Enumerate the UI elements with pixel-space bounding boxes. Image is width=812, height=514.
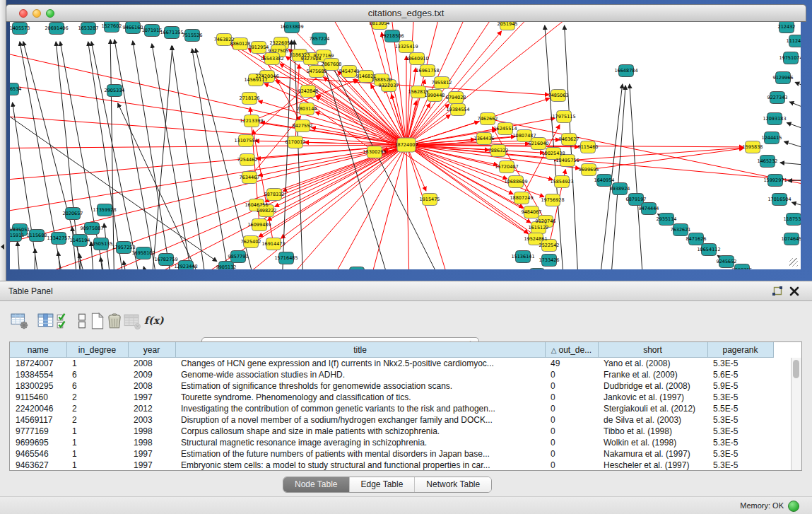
delete-icon[interactable]: [105, 312, 124, 330]
table-scrollbar-thumb[interactable]: [793, 360, 799, 378]
graph-node-label: 16958107: [131, 250, 155, 256]
graph-edge: [406, 145, 553, 180]
graph-node-label: 9857791: [228, 254, 249, 259]
graph-edge: [10, 42, 406, 145]
graph-node-label: 7254462: [237, 157, 258, 163]
table-row[interactable]: 946362711997Embryonic stem cells: a mode…: [10, 460, 792, 471]
graph-edge: [13, 103, 42, 269]
network-canvas[interactable]: 1405573206914061653287152760294661601071…: [10, 22, 801, 269]
graph-node-label: 2935114: [657, 216, 677, 222]
graph-node-label: 15992971: [763, 177, 787, 183]
float-panel-icon[interactable]: [772, 286, 782, 297]
graph-node-label: 8813054: [370, 22, 390, 26]
graph-node-label: 5878332: [264, 192, 285, 197]
tab-edge-table[interactable]: Edge Table: [349, 477, 415, 492]
tab-node-table[interactable]: Node Table: [283, 477, 349, 492]
column-header-spacer[interactable]: [773, 342, 792, 358]
function-builder-icon[interactable]: f(x): [144, 314, 163, 332]
table-panel-title: Table Panel: [8, 286, 53, 296]
table-row[interactable]: 2242004622012Investigating the contribut…: [10, 403, 792, 414]
table-panel: Table Panel f(x): [0, 281, 812, 514]
graph-node-label: 2718126: [240, 95, 260, 101]
network-window-titlebar[interactable]: citations_edges.txt: [6, 4, 806, 22]
graph-node-label: 12093183: [763, 116, 786, 122]
table-row[interactable]: 911546021997Tourette syndrome. Phenomeno…: [10, 392, 792, 403]
network-graph[interactable]: 1405573206914061653287152760294661601071…: [10, 22, 801, 269]
node-table-grid: namein_degreeyeartitle△out_de...shortpag…: [10, 342, 792, 471]
graph-edge: [789, 102, 801, 114]
graph-node-label: 17359928: [93, 207, 116, 213]
graph-node-label: 18807249: [510, 195, 533, 201]
graph-node-label: 18724007: [394, 142, 418, 148]
column-header-name[interactable]: name: [10, 342, 66, 358]
graph-node-label: 15136141: [511, 254, 534, 259]
graph-edge: [406, 145, 544, 197]
column-header-in_degree[interactable]: in_degree: [66, 342, 128, 358]
table-row[interactable]: 1938455462009Genome-wide association stu…: [10, 369, 792, 380]
graph-node-label: 9463627: [559, 136, 579, 142]
graph-edge: [58, 252, 64, 269]
graph-node-label: 17975115: [552, 114, 575, 119]
graph-node-label: 8471626: [686, 236, 707, 242]
graph-node-label: 19218506: [380, 33, 404, 39]
column-header-short[interactable]: short: [598, 342, 707, 358]
table-row[interactable]: 977716911998Corpus callosum shape and si…: [10, 426, 792, 437]
graph-node-label: 1653287: [78, 25, 99, 31]
select-columns-icon[interactable]: [56, 312, 74, 330]
graph-edge: [792, 202, 801, 211]
tab-network-table[interactable]: Network Table: [414, 477, 491, 492]
new-document-icon[interactable]: [88, 312, 107, 330]
graph-node-label: 1588520: [372, 77, 392, 83]
graph-node-label: 7515526: [182, 33, 203, 38]
column-header-title[interactable]: title: [175, 342, 545, 358]
graph-node-label: 18300295: [363, 149, 386, 155]
table-settings-icon[interactable]: [11, 312, 29, 330]
graph-node-label: 9120746: [536, 218, 556, 224]
graph-node[interactable]: [350, 267, 365, 270]
graph-edge: [152, 44, 196, 269]
delete-table-icon[interactable]: [123, 312, 141, 330]
graph-node-label: 9777169: [314, 53, 334, 59]
graph-node-label: 19756928: [541, 197, 564, 203]
graph-node-label: 8860128: [230, 41, 251, 47]
graph-edge: [311, 145, 406, 269]
graph-edge: [91, 42, 145, 269]
graph-node-label: 2803144: [297, 106, 317, 112]
graph-node-label: 1405573: [10, 25, 30, 31]
table-toolbar: f(x) citations_edges.txt ▲▼: [0, 301, 812, 341]
table-scrollbar[interactable]: [791, 358, 801, 471]
column-header-out_de...[interactable]: △out_de...: [545, 342, 598, 358]
table-row[interactable]: 1456911722003Disruption of a novel membe…: [10, 414, 792, 426]
table-row[interactable]: 1830029562008Estimation of significance …: [10, 380, 792, 392]
panel-collapse-arrow[interactable]: [1, 244, 4, 250]
fx-label: f(x): [144, 315, 164, 326]
graph-edge: [406, 145, 410, 269]
graph-edge: [18, 242, 21, 269]
graph-node-label: 1527602: [102, 23, 122, 29]
graph-node-label: 16046756: [245, 202, 268, 208]
table-row[interactable]: 1872400712008Changes of HCN gene express…: [10, 358, 792, 370]
table-row[interactable]: 969969511998Structural magnetic resonanc…: [10, 437, 792, 448]
graph-edge: [150, 46, 172, 269]
column-header-year[interactable]: year: [128, 342, 175, 358]
table-row[interactable]: 946554611997Estimation of the future num…: [10, 448, 792, 460]
graph-node-label: 1615122: [529, 225, 549, 230]
graph-node-label: 9245652: [717, 259, 737, 264]
graph-node-label: 7955812: [432, 80, 452, 86]
graph-node-label: 23226058: [269, 40, 293, 46]
graph-node-label: 9322037: [379, 83, 399, 88]
window-resize-grip[interactable]: [789, 258, 798, 267]
graph-node-label: 1364436: [474, 136, 495, 141]
graph-node-label: 7632621: [671, 227, 691, 233]
graph-node-label: 12213399: [240, 118, 263, 124]
column-header-pagerank[interactable]: pagerank: [707, 342, 773, 358]
control-panel-edge: [0, 0, 6, 281]
close-panel-icon[interactable]: [789, 286, 799, 296]
graph-node-label: 16543382: [260, 56, 283, 62]
graph-node-label: 9905132: [216, 264, 237, 269]
memory-status-label: Memory: OK: [740, 501, 784, 510]
graph-node-label: 13342757: [47, 235, 70, 241]
graph-node-label: 2522542: [539, 243, 560, 248]
graph-node[interactable]: [530, 269, 545, 270]
show-column-icon[interactable]: [37, 312, 55, 330]
